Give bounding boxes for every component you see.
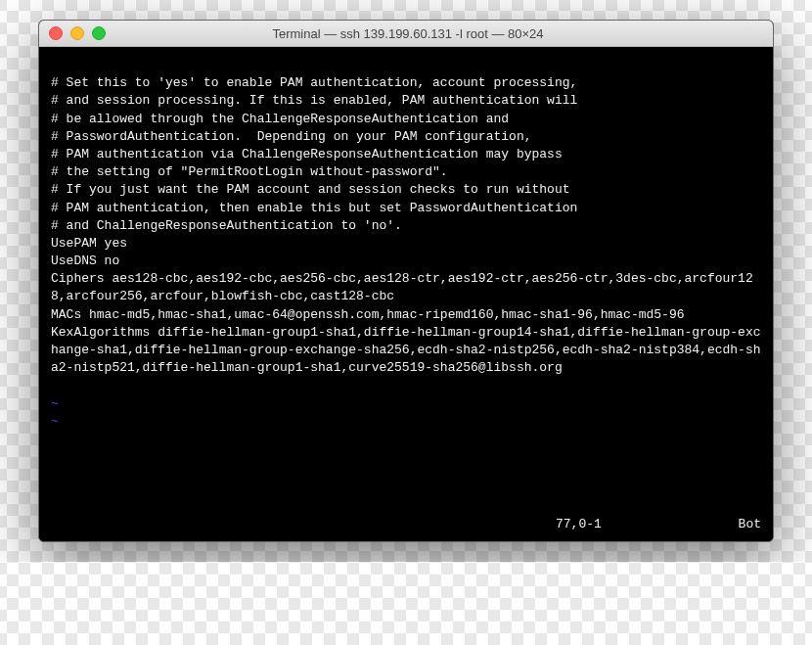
- vim-empty-line-tilde: ~: [51, 413, 761, 431]
- vim-scroll-indicator: Bot: [712, 517, 761, 531]
- terminal-body[interactable]: # Set this to 'yes' to enable PAM authen…: [39, 47, 773, 517]
- terminal-window: Terminal — ssh 139.199.60.131 -l root — …: [38, 20, 774, 542]
- terminal-line: UseDNS no: [51, 253, 761, 270]
- vim-cursor-position: 77,0-1: [556, 517, 712, 531]
- terminal-line: # the setting of "PermitRootLogin withou…: [51, 163, 761, 181]
- terminal-line: # and session processing. If this is ena…: [51, 92, 761, 110]
- terminal-line: # PAM authentication, then enable this b…: [51, 200, 761, 217]
- terminal-line: UsePAM yes: [51, 235, 761, 253]
- terminal-line: [51, 377, 761, 394]
- terminal-line: # If you just want the PAM account and s…: [51, 181, 761, 199]
- window-title: Terminal — ssh 139.199.60.131 -l root — …: [53, 26, 763, 41]
- terminal-line: # PasswordAuthentication. Depending on y…: [51, 128, 761, 146]
- vim-empty-line-tilde: ~: [51, 395, 761, 413]
- terminal-line: Ciphers aes128-cbc,aes192-cbc,aes256-cbc…: [51, 270, 761, 305]
- terminal-line: # be allowed through the ChallengeRespon…: [51, 111, 761, 128]
- terminal-line: KexAlgorithms diffie-hellman-group1-sha1…: [51, 324, 761, 378]
- terminal-line: MACs hmac-md5,hmac-sha1,umac-64@openssh.…: [51, 306, 761, 324]
- titlebar[interactable]: Terminal — ssh 139.199.60.131 -l root — …: [39, 21, 773, 47]
- terminal-line: # Set this to 'yes' to enable PAM authen…: [51, 74, 761, 92]
- terminal-line: # PAM authentication via ChallengeRespon…: [51, 146, 761, 163]
- terminal-line: # and ChallengeResponseAuthentication to…: [51, 217, 761, 235]
- vim-status-line: 77,0-1 Bot: [39, 517, 773, 541]
- terminal-line: [51, 57, 761, 74]
